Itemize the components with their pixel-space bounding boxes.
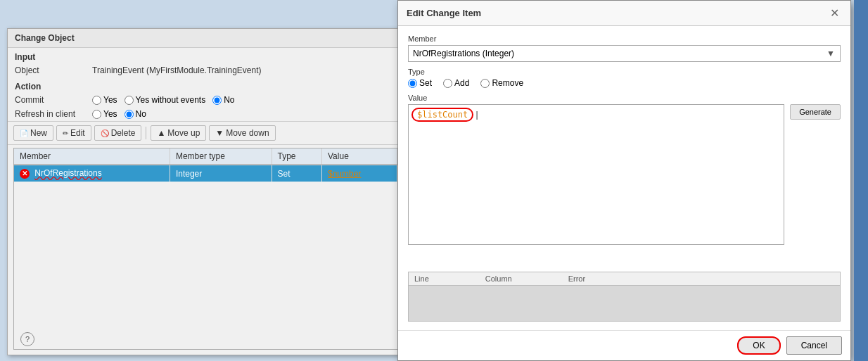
value-textarea-wrapper: $listCount | (408, 104, 784, 245)
member-name: NrOfRegistrations (34, 168, 101, 178)
cell-member-type: Integer (170, 165, 272, 182)
col-type: Type (272, 148, 321, 165)
error-icon: ✕ (20, 169, 30, 179)
ok-button[interactable]: OK (737, 336, 780, 355)
value-circled-text: $listCount (411, 108, 473, 122)
toolbar-separator (146, 127, 146, 139)
refresh-yes-radio[interactable] (92, 110, 101, 119)
refresh-label: Refresh in client (15, 109, 92, 119)
change-items-table-wrapper: Member Member type Type Value ✕ NrOfRegi… (13, 148, 398, 350)
cancel-button[interactable]: Cancel (786, 336, 842, 355)
type-remove-option[interactable]: Remove (480, 78, 523, 88)
type-add-radio[interactable] (443, 79, 452, 88)
value-field-label: Value (408, 94, 841, 102)
refresh-no-radio[interactable] (125, 110, 134, 119)
commit-no-label: No (224, 95, 234, 105)
new-icon: 📄 (20, 129, 28, 137)
cell-value-text: $number (328, 169, 361, 179)
dialog-title: Edit Change Item (407, 8, 481, 18)
error-table-header: Line Column Error (409, 272, 840, 286)
commit-yes-option[interactable]: Yes (92, 95, 117, 105)
error-col-line: Line (414, 274, 429, 283)
commit-yes-no-events-option[interactable]: Yes without events (125, 95, 206, 105)
value-field-group: Value $listCount | Generate (408, 94, 841, 266)
cell-value: $number (322, 165, 397, 182)
change-items-table: Member Member type Type Value ✕ NrOfRegi… (14, 148, 397, 182)
table-row[interactable]: ✕ NrOfRegistrations Integer Set $number (14, 165, 397, 182)
refresh-yes-label: Yes (103, 109, 117, 119)
delete-icon: 🚫 (101, 129, 109, 137)
member-select-wrapper: NrOfRegistrations (Integer) ▼ (408, 45, 841, 62)
edit-label: Edit (70, 128, 85, 138)
generate-button[interactable]: Generate (790, 104, 841, 120)
edit-change-item-dialog: Edit Change Item ✕ Member NrOfRegistrati… (397, 0, 851, 361)
type-add-label: Add (454, 78, 469, 88)
member-field-group: Member NrOfRegistrations (Integer) ▼ (408, 34, 841, 62)
move-up-label: Move up (167, 128, 200, 138)
panel-title: Change Object (8, 29, 404, 48)
error-table-container: Line Column Error (408, 272, 841, 322)
commit-no-option[interactable]: No (212, 95, 234, 105)
error-col-error: Error (568, 274, 585, 283)
refresh-radio-group: Yes No (92, 109, 146, 119)
refresh-no-option[interactable]: No (125, 109, 146, 119)
dialog-titlebar: Edit Change Item ✕ (398, 1, 850, 26)
member-field-label: Member (408, 34, 841, 43)
commit-yes-no-events-label: Yes without events (136, 95, 206, 105)
type-field-group: Type Set Add Remove (408, 68, 841, 88)
new-label: New (30, 128, 47, 138)
new-button[interactable]: 📄 New (13, 125, 53, 141)
commit-yes-no-events-radio[interactable] (125, 96, 134, 105)
error-col-column: Column (485, 274, 512, 283)
move-down-label: Move down (226, 128, 269, 138)
refresh-no-label: No (136, 109, 146, 119)
delete-button[interactable]: 🚫 Delete (94, 125, 142, 141)
dialog-close-button[interactable]: ✕ (827, 6, 842, 20)
col-value: Value (322, 148, 397, 165)
action-section-label: Action (8, 77, 404, 93)
commit-no-radio[interactable] (212, 96, 222, 105)
commit-label: Commit (15, 95, 92, 105)
type-set-label: Set (419, 78, 432, 88)
commit-radio-group: Yes Yes without events No (92, 95, 235, 105)
move-up-button[interactable]: ▲ Move up (151, 125, 206, 141)
commit-yes-label: Yes (103, 95, 117, 105)
member-select[interactable]: NrOfRegistrations (Integer) (408, 45, 841, 62)
value-area-container: $listCount | Generate (408, 104, 841, 245)
object-value: TrainingEvent (MyFirstModule.TrainingEve… (92, 65, 262, 75)
col-member: Member (14, 148, 170, 165)
type-set-option[interactable]: Set (408, 78, 432, 88)
help-icon[interactable]: ? (20, 332, 34, 346)
edit-icon: ✏ (63, 129, 68, 137)
error-table-body (409, 286, 840, 321)
move-down-button[interactable]: ▼ Move down (209, 125, 275, 141)
move-up-icon: ▲ (157, 128, 165, 138)
right-background-strip (854, 0, 868, 361)
dialog-body: Member NrOfRegistrations (Integer) ▼ Typ… (398, 26, 850, 330)
bottom-bar: ? (15, 329, 40, 349)
type-field-label: Type (408, 68, 841, 76)
cell-type: Set (272, 165, 321, 182)
type-add-option[interactable]: Add (443, 78, 469, 88)
delete-label: Delete (111, 128, 136, 138)
object-label: Object (15, 65, 92, 75)
value-cursor: | (476, 110, 478, 120)
input-section-label: Input (8, 48, 404, 63)
col-member-type: Member type (170, 148, 272, 165)
toolbar: 📄 New ✏ Edit 🚫 Delete ▲ Move up ▼ Move d… (8, 121, 404, 145)
dialog-footer: OK Cancel (398, 330, 850, 360)
cell-member: ✕ NrOfRegistrations (14, 165, 170, 182)
type-set-radio[interactable] (408, 79, 417, 88)
type-remove-label: Remove (492, 78, 523, 88)
type-remove-radio[interactable] (480, 79, 490, 88)
move-down-icon: ▼ (215, 128, 224, 138)
edit-button[interactable]: ✏ Edit (56, 125, 91, 141)
type-radio-group: Set Add Remove (408, 78, 841, 88)
refresh-yes-option[interactable]: Yes (92, 109, 117, 119)
commit-yes-radio[interactable] (92, 96, 101, 105)
change-object-panel: Change Object Input Object TrainingEvent… (7, 28, 404, 355)
